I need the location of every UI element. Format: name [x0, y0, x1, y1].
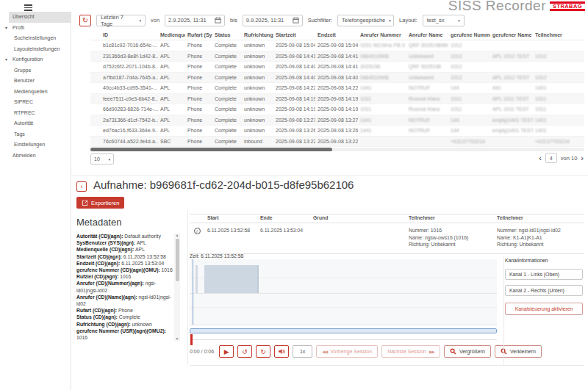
row-select-cell[interactable]: [90, 126, 101, 136]
metadata-scrollbar[interactable]: ▲ ▼: [174, 233, 180, 341]
refresh-button[interactable]: ↻: [79, 15, 91, 26]
next-session-button[interactable]: Nächste Session ▶▶: [381, 345, 440, 358]
table-row[interactable]: 2a731366-d1cf-7542-b...APLPhoneCompleteu…: [90, 115, 584, 126]
sidebar-item[interactable]: ▾Profil: [0, 23, 71, 34]
table-row[interactable]: 66d90283-6826-714e-...APLPhoneCompleteun…: [90, 104, 584, 115]
restart-icon[interactable]: ↺: [237, 345, 252, 358]
table-row[interactable]: 76c60744-a522-fe4d-a...SBCPhoneCompletei…: [90, 137, 584, 148]
cell-anrufer_name: Unbekannt: [406, 51, 448, 62]
scroll-down-icon[interactable]: ▼: [174, 336, 180, 341]
playback-time-label: Zeit: 6.11.2025 13:52:58: [190, 253, 243, 259]
layout-select[interactable]: test_sx ▾: [423, 15, 465, 26]
metadata-entry: gerufene Nummer (USR)(agn)(GMU2): 1016: [76, 328, 173, 341]
cell-endzeit: 2025-09-08 13:22:31: [315, 137, 358, 147]
sidebar-item[interactable]: Autorität: [0, 118, 71, 129]
column-header[interactable]: Medienquelle: [158, 29, 185, 40]
table-row[interactable]: 40cc4b33-cd95-3541-...APLPhoneCompleteun…: [90, 83, 584, 94]
table-row[interactable]: 231366d3-8e8f-1d42-8...APLPhoneCompleteu…: [90, 51, 584, 62]
zoom-in-button[interactable]: Vergrößern: [444, 345, 491, 358]
page-size-select[interactable]: 10 ▾: [90, 154, 114, 165]
column-header[interactable]: Teilnehmer: [533, 29, 584, 40]
scroll-up-icon[interactable]: ▲: [174, 233, 180, 237]
sidebar-item[interactable]: Layouteinstellungen: [0, 44, 71, 55]
current-page-input[interactable]: 4: [545, 153, 557, 163]
sidebar-item[interactable]: Benutzer: [0, 76, 71, 87]
row-select-cell[interactable]: [90, 94, 101, 104]
column-header[interactable]: Startzeit: [273, 29, 315, 40]
sidebar-item[interactable]: ▾Konfiguration: [0, 54, 71, 65]
column-header[interactable]: Rufrichtung: [242, 29, 273, 40]
column-header[interactable]: ID: [101, 29, 158, 40]
back-button[interactable]: ‹: [76, 181, 87, 192]
table-row[interactable]: d752c6f2-2071-104b-8...APLPhoneCompleteu…: [90, 62, 584, 73]
magnifier-icon: [450, 348, 456, 355]
table-row[interactable]: a7fbd187-7d4a-7645-a...APLPhoneCompleteu…: [90, 73, 584, 84]
play-button[interactable]: ▶: [219, 345, 234, 358]
row-select-cell[interactable]: [90, 51, 101, 62]
column-header[interactable]: Rufart (Sys): [185, 29, 212, 40]
row-select-cell[interactable]: [90, 73, 101, 83]
scrollbar-thumb[interactable]: [90, 148, 332, 151]
row-select-cell[interactable]: [90, 62, 101, 72]
playback-speed-button[interactable]: 1x: [293, 345, 312, 358]
sidebar-item[interactable]: Tags: [0, 129, 71, 140]
date-range-select[interactable]: Letzten 7 Tage ▾: [96, 15, 146, 26]
menu-icon[interactable]: [24, 4, 32, 12]
horizontal-scrollbar[interactable]: [90, 148, 584, 151]
seek-track[interactable]: [190, 339, 497, 340]
column-header[interactable]: Status: [212, 29, 242, 40]
row-select-cell[interactable]: [90, 40, 101, 51]
metadata-value: Default authority: [124, 234, 161, 239]
cell-anrufer_name: QRF 3025198: [406, 62, 448, 72]
next-page-button[interactable]: ›: [581, 153, 584, 163]
calendar-icon[interactable]: [293, 17, 299, 24]
column-header[interactable]: gerufener Name: [490, 29, 533, 40]
cell-id: 231366d3-8e8f-1d42-8...: [101, 51, 158, 62]
row-select-cell[interactable]: [90, 137, 101, 147]
column-header[interactable]: Anrufer Name: [406, 29, 448, 40]
calendar-icon[interactable]: [215, 17, 221, 24]
column-header[interactable]: gerufene Nummer: [448, 29, 490, 40]
row-select-cell[interactable]: [90, 115, 101, 126]
metadata-entry: Rufziel (CD)(agn): 1016: [76, 273, 173, 280]
sidebar-item[interactable]: RTPREC: [0, 108, 71, 119]
suchfilter-select[interactable]: Telefongespräche ▾: [337, 15, 394, 26]
zoom-out-button[interactable]: Verkleinern: [495, 345, 542, 358]
row-select-cell[interactable]: [90, 83, 101, 93]
channel-1-box[interactable]: Kanal 1 - Links (Oben): [505, 269, 583, 280]
von-date-input[interactable]: 2.9.2025, 11:31: [165, 15, 225, 26]
info-icon[interactable]: i: [194, 228, 201, 234]
vertical-divider: [187, 210, 188, 365]
column-header[interactable]: Endzeit: [315, 29, 358, 40]
participant-direction: Richtung: Unbekannt: [409, 241, 491, 248]
volume-button[interactable]: [274, 345, 289, 358]
previous-session-button[interactable]: ◀◀ Vorherige Session: [316, 345, 378, 358]
table-row[interactable]: ed7bac16-f633-364e-9...APLPhoneCompleteu…: [90, 126, 584, 137]
sidebar-item[interactable]: Sucheinstellungen: [0, 33, 71, 44]
sidebar-item[interactable]: Medienquellen: [0, 87, 71, 98]
channel-2-box[interactable]: Kanal 2 - Rechts (Unten): [505, 285, 583, 296]
timeline-overview-bar[interactable]: [190, 328, 497, 333]
sidebar-item-label: Medienquellen: [14, 89, 48, 94]
column-header[interactable]: Anrufer Nummer: [358, 29, 406, 40]
table-row[interactable]: b1c81c92-7016-654c-...APLPhoneCompleteun…: [90, 40, 584, 51]
cell-id: 2a731366-d1cf-7542-b...: [101, 115, 158, 126]
export-button[interactable]: Exportieren: [76, 197, 124, 209]
reload-icon[interactable]: ↻: [256, 345, 270, 358]
playhead-marker[interactable]: [190, 334, 193, 345]
session-row[interactable]: i 6.11.2025 13:52:58 6.11.2025 13:53:04 …: [190, 223, 584, 254]
table-row[interactable]: feee7511-c0e3-6b42-8...APLPhoneCompleteu…: [90, 94, 584, 105]
sidebar-item[interactable]: Abmelden: [0, 151, 71, 162]
sidebar-item[interactable]: SIPREC: [0, 97, 71, 108]
sidebar-item[interactable]: Gruppe: [0, 65, 71, 76]
sidebar-item[interactable]: Einstellungen: [0, 140, 71, 151]
channel-control-activate-button[interactable]: Kanalsteuerung aktivieren: [505, 303, 583, 315]
sidebar-item[interactable]: Übersicht: [9, 12, 71, 23]
cell-medienquelle: SBC: [158, 137, 185, 147]
scrollbar-thumb[interactable]: [176, 239, 179, 281]
waveform-view[interactable]: [190, 259, 497, 325]
prev-page-button[interactable]: ‹: [539, 153, 542, 163]
row-select-cell[interactable]: [90, 104, 101, 115]
cell-rufart: Phone: [185, 83, 212, 93]
bis-date-input[interactable]: 9.9.2025, 11:31: [243, 15, 303, 26]
